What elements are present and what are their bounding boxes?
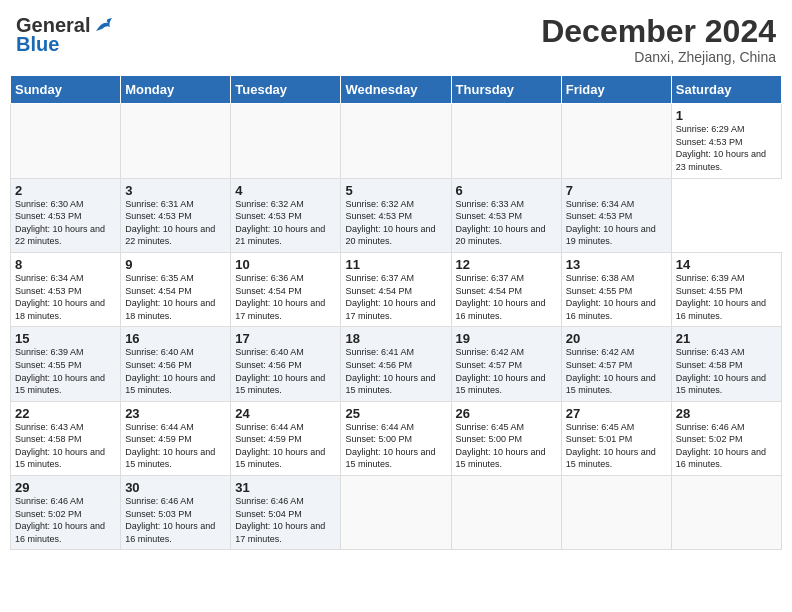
day-info: Sunrise: 6:32 AMSunset: 4:53 PMDaylight:… [235,198,336,248]
day-number: 13 [566,257,667,272]
header-wednesday: Wednesday [341,76,451,104]
day-info: Sunrise: 6:44 AMSunset: 4:59 PMDaylight:… [125,421,226,471]
calendar-day-cell: 25Sunrise: 6:44 AMSunset: 5:00 PMDayligh… [341,401,451,475]
calendar-week-row: 2Sunrise: 6:30 AMSunset: 4:53 PMDaylight… [11,178,782,252]
calendar-day-cell: 17Sunrise: 6:40 AMSunset: 4:56 PMDayligh… [231,327,341,401]
calendar-day-cell: 15Sunrise: 6:39 AMSunset: 4:55 PMDayligh… [11,327,121,401]
calendar-header-row: SundayMondayTuesdayWednesdayThursdayFrid… [11,76,782,104]
calendar-day-cell: 12Sunrise: 6:37 AMSunset: 4:54 PMDayligh… [451,252,561,326]
day-number: 8 [15,257,116,272]
calendar-day-cell: 13Sunrise: 6:38 AMSunset: 4:55 PMDayligh… [561,252,671,326]
day-info: Sunrise: 6:45 AMSunset: 5:00 PMDaylight:… [456,421,557,471]
calendar-empty-cell [451,104,561,178]
day-number: 11 [345,257,446,272]
day-number: 29 [15,480,116,495]
calendar-day-cell: 20Sunrise: 6:42 AMSunset: 4:57 PMDayligh… [561,327,671,401]
day-info: Sunrise: 6:39 AMSunset: 4:55 PMDaylight:… [676,272,777,322]
day-info: Sunrise: 6:32 AMSunset: 4:53 PMDaylight:… [345,198,446,248]
header-saturday: Saturday [671,76,781,104]
calendar-day-cell: 9Sunrise: 6:35 AMSunset: 4:54 PMDaylight… [121,252,231,326]
calendar-empty-cell [341,104,451,178]
day-info: Sunrise: 6:37 AMSunset: 4:54 PMDaylight:… [345,272,446,322]
day-info: Sunrise: 6:40 AMSunset: 4:56 PMDaylight:… [235,346,336,396]
day-info: Sunrise: 6:37 AMSunset: 4:54 PMDaylight:… [456,272,557,322]
logo-blue-text: Blue [16,33,59,56]
day-number: 19 [456,331,557,346]
day-info: Sunrise: 6:31 AMSunset: 4:53 PMDaylight:… [125,198,226,248]
day-number: 17 [235,331,336,346]
day-info: Sunrise: 6:45 AMSunset: 5:01 PMDaylight:… [566,421,667,471]
calendar-week-row: 1Sunrise: 6:29 AMSunset: 4:53 PMDaylight… [11,104,782,178]
calendar-day-cell: 7Sunrise: 6:34 AMSunset: 4:53 PMDaylight… [561,178,671,252]
page-header: General Blue December 2024 Danxi, Zhejia… [10,10,782,69]
day-info: Sunrise: 6:34 AMSunset: 4:53 PMDaylight:… [15,272,116,322]
calendar-day-cell: 14Sunrise: 6:39 AMSunset: 4:55 PMDayligh… [671,252,781,326]
day-number: 25 [345,406,446,421]
calendar-day-cell: 24Sunrise: 6:44 AMSunset: 4:59 PMDayligh… [231,401,341,475]
calendar-day-cell: 21Sunrise: 6:43 AMSunset: 4:58 PMDayligh… [671,327,781,401]
calendar-day-cell: 6Sunrise: 6:33 AMSunset: 4:53 PMDaylight… [451,178,561,252]
day-number: 31 [235,480,336,495]
day-number: 6 [456,183,557,198]
day-info: Sunrise: 6:43 AMSunset: 4:58 PMDaylight:… [15,421,116,471]
day-info: Sunrise: 6:41 AMSunset: 4:56 PMDaylight:… [345,346,446,396]
day-info: Sunrise: 6:34 AMSunset: 4:53 PMDaylight:… [566,198,667,248]
month-title: December 2024 [541,14,776,49]
location-text: Danxi, Zhejiang, China [541,49,776,65]
day-info: Sunrise: 6:44 AMSunset: 5:00 PMDaylight:… [345,421,446,471]
day-info: Sunrise: 6:46 AMSunset: 5:02 PMDaylight:… [676,421,777,471]
calendar-day-cell: 28Sunrise: 6:46 AMSunset: 5:02 PMDayligh… [671,401,781,475]
day-number: 21 [676,331,777,346]
day-number: 22 [15,406,116,421]
day-number: 16 [125,331,226,346]
day-info: Sunrise: 6:38 AMSunset: 4:55 PMDaylight:… [566,272,667,322]
title-block: December 2024 Danxi, Zhejiang, China [541,14,776,65]
calendar-day-cell: 5Sunrise: 6:32 AMSunset: 4:53 PMDaylight… [341,178,451,252]
calendar-week-row: 22Sunrise: 6:43 AMSunset: 4:58 PMDayligh… [11,401,782,475]
day-info: Sunrise: 6:46 AMSunset: 5:03 PMDaylight:… [125,495,226,545]
calendar-day-cell: 27Sunrise: 6:45 AMSunset: 5:01 PMDayligh… [561,401,671,475]
calendar-week-row: 8Sunrise: 6:34 AMSunset: 4:53 PMDaylight… [11,252,782,326]
day-number: 12 [456,257,557,272]
day-number: 30 [125,480,226,495]
calendar-day-cell: 18Sunrise: 6:41 AMSunset: 4:56 PMDayligh… [341,327,451,401]
calendar-day-cell: 10Sunrise: 6:36 AMSunset: 4:54 PMDayligh… [231,252,341,326]
calendar-day-cell: 30Sunrise: 6:46 AMSunset: 5:03 PMDayligh… [121,476,231,550]
calendar-table: SundayMondayTuesdayWednesdayThursdayFrid… [10,75,782,550]
calendar-day-cell: 23Sunrise: 6:44 AMSunset: 4:59 PMDayligh… [121,401,231,475]
calendar-day-cell: 3Sunrise: 6:31 AMSunset: 4:53 PMDaylight… [121,178,231,252]
day-number: 1 [676,108,777,123]
calendar-day-cell: 11Sunrise: 6:37 AMSunset: 4:54 PMDayligh… [341,252,451,326]
calendar-empty-cell [671,476,781,550]
day-number: 15 [15,331,116,346]
day-info: Sunrise: 6:46 AMSunset: 5:02 PMDaylight:… [15,495,116,545]
calendar-day-cell: 26Sunrise: 6:45 AMSunset: 5:00 PMDayligh… [451,401,561,475]
day-info: Sunrise: 6:46 AMSunset: 5:04 PMDaylight:… [235,495,336,545]
day-number: 9 [125,257,226,272]
day-number: 14 [676,257,777,272]
day-info: Sunrise: 6:29 AMSunset: 4:53 PMDaylight:… [676,123,777,173]
day-number: 20 [566,331,667,346]
calendar-day-cell: 8Sunrise: 6:34 AMSunset: 4:53 PMDaylight… [11,252,121,326]
calendar-day-cell: 31Sunrise: 6:46 AMSunset: 5:04 PMDayligh… [231,476,341,550]
day-info: Sunrise: 6:30 AMSunset: 4:53 PMDaylight:… [15,198,116,248]
calendar-day-cell: 19Sunrise: 6:42 AMSunset: 4:57 PMDayligh… [451,327,561,401]
day-number: 18 [345,331,446,346]
day-number: 26 [456,406,557,421]
day-number: 23 [125,406,226,421]
header-friday: Friday [561,76,671,104]
calendar-empty-cell [341,476,451,550]
day-number: 2 [15,183,116,198]
calendar-week-row: 29Sunrise: 6:46 AMSunset: 5:02 PMDayligh… [11,476,782,550]
day-number: 5 [345,183,446,198]
calendar-empty-cell [561,476,671,550]
day-info: Sunrise: 6:42 AMSunset: 4:57 PMDaylight:… [456,346,557,396]
calendar-day-cell: 16Sunrise: 6:40 AMSunset: 4:56 PMDayligh… [121,327,231,401]
day-info: Sunrise: 6:42 AMSunset: 4:57 PMDaylight:… [566,346,667,396]
day-number: 3 [125,183,226,198]
day-number: 27 [566,406,667,421]
calendar-day-cell: 22Sunrise: 6:43 AMSunset: 4:58 PMDayligh… [11,401,121,475]
calendar-day-cell: 29Sunrise: 6:46 AMSunset: 5:02 PMDayligh… [11,476,121,550]
day-info: Sunrise: 6:40 AMSunset: 4:56 PMDaylight:… [125,346,226,396]
header-tuesday: Tuesday [231,76,341,104]
